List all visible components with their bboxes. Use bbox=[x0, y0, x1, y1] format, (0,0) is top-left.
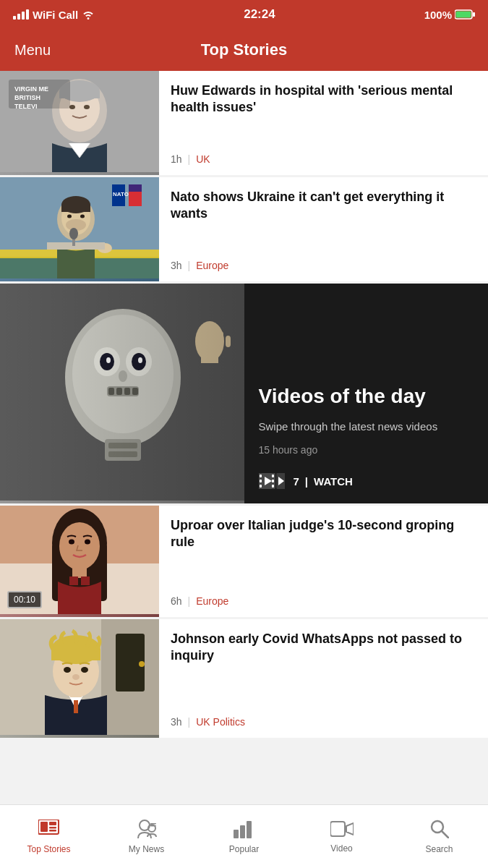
news-time-4: 6h bbox=[171, 595, 182, 607]
popular-icon bbox=[234, 820, 255, 841]
svg-text:TELEVI: TELEVI bbox=[14, 103, 38, 110]
news-headline-5: Johnson early Covid WhatsApps not passed… bbox=[171, 631, 476, 665]
tab-search[interactable]: Search bbox=[390, 805, 488, 868]
tab-top-stories[interactable]: Top Stories bbox=[0, 805, 98, 868]
news-meta-2: 3h | Europe bbox=[171, 260, 476, 271]
svg-rect-102 bbox=[247, 821, 252, 838]
news-category-4: Europe bbox=[196, 595, 228, 607]
svg-point-23 bbox=[80, 215, 85, 218]
tab-my-news-label: My News bbox=[129, 844, 164, 854]
meta-divider-4: | bbox=[188, 595, 191, 607]
tab-search-label: Search bbox=[425, 844, 453, 854]
svg-rect-94 bbox=[49, 827, 56, 829]
filmstrip-icon bbox=[259, 473, 285, 489]
svg-point-9 bbox=[84, 105, 90, 109]
news-meta-1: 1h | UK bbox=[171, 153, 476, 165]
svg-rect-63 bbox=[272, 485, 274, 488]
news-category-2: Europe bbox=[196, 260, 228, 271]
svg-rect-83 bbox=[74, 700, 78, 713]
svg-point-8 bbox=[69, 105, 75, 109]
filmstrip-watch-icon bbox=[259, 473, 285, 489]
svg-rect-25 bbox=[47, 242, 105, 250]
video-icon bbox=[330, 820, 354, 841]
svg-rect-61 bbox=[272, 475, 274, 477]
news-item-image-1: VIRGIN ME BRITISH TELEVI bbox=[0, 71, 159, 175]
tab-popular-label: Popular bbox=[229, 844, 259, 854]
news-meta-5: 3h | UK Politics bbox=[171, 716, 476, 728]
svg-rect-58 bbox=[260, 475, 262, 477]
svg-line-106 bbox=[442, 831, 448, 838]
menu-button[interactable]: Menu bbox=[14, 42, 51, 59]
wifi-icon bbox=[82, 9, 95, 20]
news-item-story-2[interactable]: NATO Nato shows Ukraine it can't get eve… bbox=[0, 177, 488, 281]
news-category-5: UK Politics bbox=[196, 716, 245, 728]
news-time-5: 3h bbox=[171, 716, 182, 728]
tab-my-news[interactable]: My News bbox=[98, 805, 195, 868]
svg-rect-76 bbox=[69, 576, 78, 585]
svg-rect-60 bbox=[260, 485, 262, 488]
videos-watch-label: WATCH bbox=[314, 475, 353, 488]
news-item-story-1[interactable]: VIRGIN ME BRITISH TELEVI Huw Edwards in … bbox=[0, 71, 488, 175]
svg-point-72 bbox=[59, 522, 100, 570]
videos-card[interactable]: Videos of the day Swipe through the late… bbox=[0, 284, 488, 503]
videos-card-title: Videos of the day bbox=[259, 384, 474, 409]
tab-popular[interactable]: Popular bbox=[195, 805, 293, 868]
top-stories-icon bbox=[38, 820, 60, 841]
svg-rect-98 bbox=[150, 823, 156, 825]
news-list: VIRGIN ME BRITISH TELEVI Huw Edwards in … bbox=[0, 71, 488, 738]
videos-divider: | bbox=[305, 475, 308, 488]
svg-rect-103 bbox=[330, 822, 345, 836]
svg-rect-77 bbox=[81, 576, 90, 585]
videos-card-watch: 7 | WATCH bbox=[259, 473, 474, 489]
news-item-story-5[interactable]: Johnson early Covid WhatsApps not passed… bbox=[0, 619, 488, 738]
news-headline-4: Uproar over Italian judge's 10-second gr… bbox=[171, 517, 476, 551]
videos-count: 7 bbox=[294, 475, 299, 488]
svg-point-88 bbox=[64, 667, 71, 673]
meta-divider-2: | bbox=[188, 260, 191, 271]
svg-text:BRITISH: BRITISH bbox=[14, 94, 40, 101]
svg-rect-20 bbox=[61, 205, 90, 212]
battery-icon bbox=[455, 9, 475, 20]
svg-point-82 bbox=[139, 661, 145, 667]
news-headline-2: Nato shows Ukraine it can't get everythi… bbox=[171, 189, 476, 223]
svg-point-27 bbox=[69, 228, 78, 239]
meta-divider-1: | bbox=[188, 153, 191, 165]
signal-icon bbox=[13, 9, 29, 20]
meta-divider-5: | bbox=[188, 716, 191, 728]
svg-rect-56 bbox=[0, 284, 244, 501]
tab-bar: Top Stories My News Popular bbox=[0, 804, 488, 868]
videos-card-desc: Swipe through the latest news videos bbox=[259, 419, 474, 434]
status-left: WiFi Call bbox=[13, 9, 95, 21]
battery-label: 100% bbox=[424, 9, 452, 21]
news-headline-1: Huw Edwards in hospital with 'serious me… bbox=[171, 82, 476, 116]
news-item-content-5: Johnson early Covid WhatsApps not passed… bbox=[159, 619, 488, 738]
videos-card-time: 15 hours ago bbox=[259, 444, 474, 456]
svg-rect-99 bbox=[150, 825, 156, 827]
svg-point-22 bbox=[67, 215, 72, 218]
status-right: 100% bbox=[424, 9, 475, 21]
videos-card-content: Videos of the day Swipe through the late… bbox=[244, 284, 489, 503]
svg-point-90 bbox=[72, 674, 80, 680]
my-news-icon bbox=[136, 820, 158, 841]
carrier-label: WiFi Call bbox=[33, 9, 78, 21]
status-time: 22:24 bbox=[244, 7, 275, 22]
search-icon bbox=[430, 820, 449, 841]
tab-video-label: Video bbox=[330, 843, 352, 854]
svg-rect-92 bbox=[40, 822, 48, 832]
svg-rect-2 bbox=[473, 12, 475, 17]
header: Menu Top Stories bbox=[0, 29, 488, 71]
svg-text:NATO: NATO bbox=[113, 191, 129, 197]
tab-top-stories-label: Top Stories bbox=[27, 844, 70, 854]
news-time-2: 3h bbox=[171, 260, 182, 271]
svg-rect-62 bbox=[272, 480, 274, 482]
svg-rect-93 bbox=[49, 822, 56, 825]
videos-card-image bbox=[0, 284, 244, 503]
tab-video[interactable]: Video bbox=[293, 805, 390, 868]
news-item-content-2: Nato shows Ukraine it can't get everythi… bbox=[159, 177, 488, 281]
svg-point-89 bbox=[81, 667, 88, 673]
news-item-story-4[interactable]: 00:10 Uproar over Italian judge's 10-sec… bbox=[0, 506, 488, 617]
svg-marker-104 bbox=[346, 823, 354, 835]
svg-rect-59 bbox=[260, 480, 262, 482]
svg-rect-95 bbox=[49, 830, 56, 832]
video-timer-4: 00:10 bbox=[7, 591, 42, 608]
